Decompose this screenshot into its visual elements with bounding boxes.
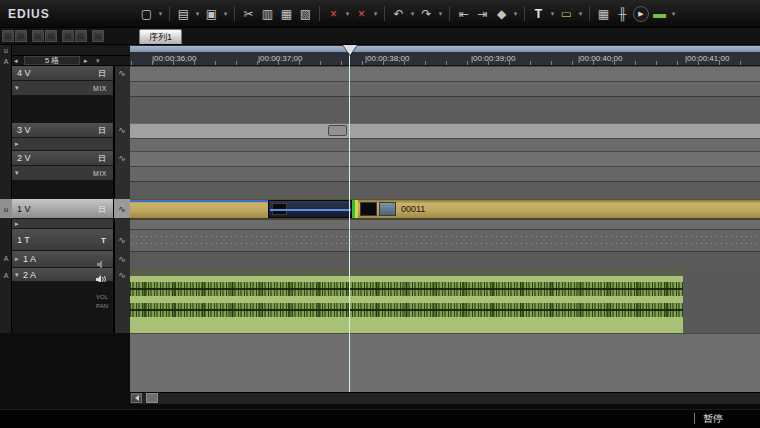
track-header-1v-sub[interactable]: ▸ bbox=[12, 219, 114, 229]
audio-mixer-button[interactable]: ╫ bbox=[614, 4, 631, 23]
track-lane-2a-empty[interactable] bbox=[683, 268, 760, 333]
chevron-down-icon[interactable]: ▾ bbox=[670, 4, 677, 23]
chevron-down-icon[interactable]: ▾ bbox=[437, 4, 444, 23]
collapse-icon[interactable]: ▾ bbox=[15, 84, 19, 92]
chevron-down-icon[interactable]: ▾ bbox=[372, 4, 379, 23]
track-header-1a[interactable]: ▸ 1 A bbox=[12, 251, 114, 268]
track-lane-2v-mixer[interactable] bbox=[130, 166, 760, 181]
chevron-down-icon[interactable]: ▾ bbox=[577, 4, 584, 23]
title-track-button[interactable]: T bbox=[101, 235, 106, 244]
expand-icon[interactable]: ▸ bbox=[15, 140, 19, 148]
track-header-3v[interactable]: 3 V 日 bbox=[12, 123, 114, 138]
patch-video-icon[interactable]: u bbox=[1, 46, 11, 55]
track-header-2v-mixer[interactable]: ▾ MIX bbox=[12, 166, 114, 181]
quick-tool-button-7[interactable] bbox=[92, 30, 104, 42]
patch-video-icon[interactable]: u bbox=[1, 205, 11, 214]
pan-label[interactable]: PAN bbox=[96, 303, 108, 309]
patch-audio-icon[interactable]: A bbox=[1, 271, 11, 280]
grid-button[interactable]: ▦ bbox=[595, 4, 612, 23]
chevron-down-icon[interactable]: ▾ bbox=[157, 4, 164, 23]
track-height-prev-button[interactable]: ◂ bbox=[14, 57, 18, 65]
scrollbar-thumb[interactable] bbox=[146, 393, 158, 403]
track-header-4v[interactable]: 4 V 日 bbox=[12, 66, 114, 81]
track-lane-1a[interactable] bbox=[130, 251, 760, 268]
collapse-icon[interactable]: ▾ bbox=[15, 169, 19, 177]
track-lane-1v-sub[interactable] bbox=[130, 219, 760, 229]
quick-tool-button-4[interactable] bbox=[45, 30, 57, 42]
track-lane-2v-expanded[interactable] bbox=[130, 181, 760, 199]
chevron-down-icon[interactable]: ▾ bbox=[222, 4, 229, 23]
chevron-down-icon[interactable]: ▾ bbox=[512, 4, 519, 23]
collapse-icon[interactable]: ▾ bbox=[15, 271, 19, 279]
chevron-down-icon[interactable]: ▾ bbox=[409, 4, 416, 23]
expand-icon[interactable]: ▸ bbox=[15, 255, 19, 263]
track-lane-1t[interactable] bbox=[130, 229, 760, 251]
clip-1v-selected[interactable] bbox=[130, 199, 760, 219]
track-source-button[interactable]: 日 bbox=[98, 203, 106, 214]
track-source-button[interactable]: 日 bbox=[98, 153, 106, 164]
undo-button[interactable]: ↶ bbox=[390, 4, 407, 23]
rubber-band-icon[interactable]: ∿ bbox=[114, 153, 130, 163]
set-in-point-button[interactable]: ⇤ bbox=[455, 4, 472, 23]
clip-fragment-3v[interactable] bbox=[328, 125, 347, 136]
track-lane-4v[interactable] bbox=[130, 66, 760, 81]
track-header-4v-mixer[interactable]: ▾ MIX bbox=[12, 81, 114, 96]
track-height-next-button[interactable]: ▸ bbox=[84, 57, 88, 65]
patch-audio-icon[interactable]: A bbox=[1, 254, 11, 263]
rubber-band-icon[interactable]: ∿ bbox=[114, 254, 130, 264]
track-source-button[interactable]: 日 bbox=[98, 125, 106, 136]
expand-icon[interactable]: ▸ bbox=[15, 220, 19, 228]
timecode-ruler[interactable]: |00:00:36;00 |00:00:37;00 |00:00:38;00 |… bbox=[130, 52, 760, 66]
clip-edit-marker[interactable] bbox=[355, 200, 358, 218]
track-header-1v-selected[interactable]: 1 V 日 bbox=[12, 199, 114, 219]
scroll-left-button[interactable] bbox=[131, 393, 142, 403]
timeline-empty-area[interactable] bbox=[130, 333, 760, 392]
dual-monitor-button[interactable]: ▭ bbox=[558, 4, 575, 23]
sequence-tab[interactable]: 序列1 bbox=[139, 29, 182, 44]
set-out-point-button[interactable]: ⇥ bbox=[474, 4, 491, 23]
open-project-button[interactable]: ▤ bbox=[175, 4, 192, 23]
track-lane-3v[interactable] bbox=[130, 123, 760, 138]
replace-button[interactable]: ▧ bbox=[297, 4, 314, 23]
horizontal-scrollbar[interactable] bbox=[130, 392, 760, 404]
rubber-band-icon[interactable]: ∿ bbox=[114, 125, 130, 135]
timeline-range-bar[interactable] bbox=[130, 45, 760, 52]
ripple-delete-button[interactable]: × bbox=[353, 4, 370, 23]
volume-label[interactable]: VOL bbox=[96, 294, 108, 300]
clip-1v-transition[interactable] bbox=[268, 200, 352, 218]
rubber-band-icon[interactable]: ∿ bbox=[114, 270, 130, 280]
chevron-down-icon[interactable]: ▾ bbox=[194, 4, 201, 23]
track-height-preset[interactable]: 5 格 bbox=[24, 56, 80, 65]
quick-tool-button-5[interactable] bbox=[62, 30, 74, 42]
export-button[interactable]: ▬ bbox=[651, 4, 668, 23]
play-button[interactable]: ▶ bbox=[633, 6, 649, 22]
chevron-down-icon[interactable]: ▾ bbox=[344, 4, 351, 23]
create-title-button[interactable]: T bbox=[530, 4, 547, 23]
playhead-marker[interactable] bbox=[343, 45, 357, 55]
rubber-band-icon[interactable]: ∿ bbox=[114, 204, 130, 214]
track-lane-3v-sub[interactable] bbox=[130, 138, 760, 151]
track-source-button[interactable]: 日 bbox=[98, 68, 106, 79]
delete-button[interactable]: × bbox=[325, 4, 342, 23]
quick-tool-button-1[interactable] bbox=[2, 30, 14, 42]
rubber-band-icon[interactable]: ∿ bbox=[114, 68, 130, 78]
quick-tool-button-2[interactable] bbox=[15, 30, 27, 42]
track-header-3v-sub[interactable]: ▸ bbox=[12, 138, 114, 151]
new-sequence-button[interactable]: ▢ bbox=[138, 4, 155, 23]
track-header-2v[interactable]: 2 V 日 bbox=[12, 151, 114, 166]
track-lane-4v-mixer[interactable] bbox=[130, 81, 760, 96]
add-marker-button[interactable]: ◆ bbox=[493, 4, 510, 23]
quick-tool-button-6[interactable] bbox=[75, 30, 87, 42]
cut-button[interactable]: ✂ bbox=[240, 4, 257, 23]
track-header-2a[interactable]: ▾ 2 A bbox=[12, 268, 114, 282]
track-lane-4v-expanded[interactable] bbox=[130, 96, 760, 123]
track-header-1t[interactable]: 1 T T bbox=[12, 229, 114, 251]
chevron-down-icon[interactable]: ▾ bbox=[96, 57, 100, 65]
save-project-button[interactable]: ▣ bbox=[203, 4, 220, 23]
track-lane-2v[interactable] bbox=[130, 151, 760, 166]
audio-clip-header-strip[interactable] bbox=[130, 268, 683, 276]
quick-tool-button-3[interactable] bbox=[32, 30, 44, 42]
chevron-down-icon[interactable]: ▾ bbox=[549, 4, 556, 23]
patch-audio-icon[interactable]: A bbox=[1, 57, 11, 66]
paste-button[interactable]: ▦ bbox=[278, 4, 295, 23]
